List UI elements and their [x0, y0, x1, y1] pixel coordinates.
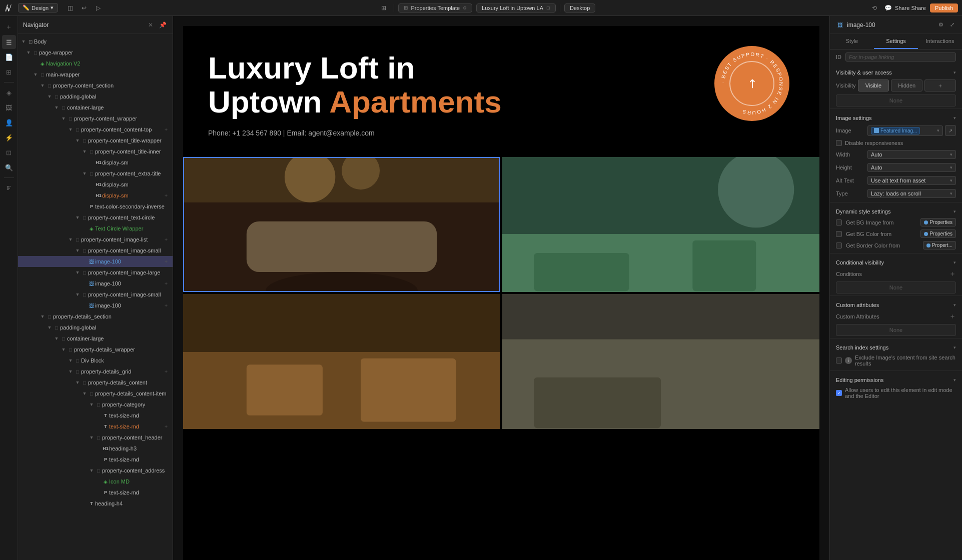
height-select[interactable]: Auto ▾	[867, 163, 956, 172]
logic-icon[interactable]: ⚡	[2, 130, 16, 144]
tree-item-t-text-size-md-orange[interactable]: ▶ T text-size-md ＋	[18, 421, 173, 432]
image-left[interactable]: 🖼 image-100 ⚙	[183, 157, 500, 292]
tree-item-property-category[interactable]: ▼ □ property-category	[18, 399, 173, 410]
tree-item-prop-content-section[interactable]: ▼ □ property-content_section	[18, 80, 173, 91]
users-icon[interactable]: 👤	[2, 116, 16, 130]
visibility-none-pill[interactable]: None	[836, 94, 956, 106]
play-icon[interactable]: ▷	[92, 2, 104, 14]
tree-item-body[interactable]: ▼ ⊡ Body	[18, 36, 173, 47]
tree-item-h1-heading-h3[interactable]: ▶ H1 heading-h3	[18, 443, 173, 454]
bg-color-checkbox[interactable]	[836, 231, 842, 237]
h1-orange-add[interactable]: ＋	[163, 192, 170, 199]
alt-text-select[interactable]: Use alt text from asset ▾	[867, 176, 956, 185]
font-icon[interactable]: F	[2, 181, 16, 195]
disable-responsiveness-checkbox[interactable]	[836, 140, 842, 146]
components-icon[interactable]: ◈	[2, 86, 16, 100]
tree-item-h1-2[interactable]: ▶ H1 display-sm	[18, 179, 173, 190]
image-100-3-add[interactable]: ＋	[163, 302, 170, 309]
dynamic-style-collapse-icon[interactable]: ▾	[953, 209, 956, 214]
search-index-checkbox[interactable]	[836, 358, 842, 364]
tree-item-text-circle[interactable]: ▼ □ property-content_text-circle	[18, 212, 173, 223]
grid-icon[interactable]: ⊞	[378, 2, 390, 14]
design-mode-selector[interactable]: ✏️ Design ▾	[18, 3, 58, 12]
tree-item-text-circle-wrapper[interactable]: ▶ ◈ Text Circle Wrapper	[18, 223, 173, 234]
tree-item-image-100-2[interactable]: ▶ 🖼 image-100 ＋	[18, 278, 173, 289]
bg-image-select[interactable]: Properties	[920, 218, 956, 226]
tree-item-p-text-size-md[interactable]: ▶ P text-size-md	[18, 454, 173, 465]
width-select[interactable]: Auto ▾	[867, 150, 956, 159]
tab-interactions[interactable]: Interactions	[918, 34, 962, 49]
tab-settings[interactable]: Settings	[874, 34, 918, 49]
custom-attributes-collapse-icon[interactable]: ▾	[953, 302, 956, 308]
conditions-add-icon[interactable]: ＋	[949, 270, 956, 278]
border-color-select[interactable]: Propert...	[923, 241, 956, 250]
editing-permissions-collapse-icon[interactable]: ▾	[953, 378, 956, 382]
tree-item-image-small-1[interactable]: ▼ □ property-content_image-small	[18, 245, 173, 256]
tree-item-image-100-active[interactable]: ▶ 🖼 image-100 ＋	[18, 256, 173, 267]
publish-button[interactable]: Publish	[930, 4, 958, 12]
tree-item-h1-display-sm[interactable]: ▶ H1 display-sm	[18, 157, 173, 168]
share-icon[interactable]: Share	[897, 3, 907, 13]
add-icon[interactable]: ＋	[2, 20, 16, 34]
version-history-icon[interactable]: ⟲	[869, 3, 879, 13]
search2-icon[interactable]: 🔍	[2, 160, 16, 174]
image-right[interactable]	[502, 157, 819, 292]
image-bottom-left[interactable]	[183, 294, 500, 429]
tree-item-extra-title[interactable]: ▼ □ property-content_extra-title	[18, 168, 173, 179]
image-100-active-add[interactable]: ＋	[163, 258, 170, 265]
tree-item-title-inner[interactable]: ▼ □ property-content_title-inner	[18, 146, 173, 157]
comments-icon[interactable]: 💬	[883, 3, 893, 13]
tree-item-padding-global-1[interactable]: ▼ □ padding-global	[18, 91, 173, 102]
image-settings-collapse-icon[interactable]: ▾	[953, 116, 956, 120]
panel-settings-icon[interactable]: ⚙	[937, 21, 945, 29]
tree-item-h1-orange[interactable]: ▶ H1 display-sm ＋	[18, 190, 173, 201]
visible-button[interactable]: Visible	[858, 80, 889, 92]
visibility-collapse-icon[interactable]: ▾	[953, 70, 956, 75]
tree-item-prop-content-top[interactable]: ▼ □ property-content_content-top ＋	[18, 124, 173, 135]
pages-icon[interactable]: 📄	[2, 50, 16, 64]
panel-expand-icon[interactable]: ⤢	[948, 21, 956, 29]
image-external-link-icon[interactable]: ↗	[945, 125, 956, 136]
border-color-checkbox[interactable]	[836, 242, 842, 248]
conditions-collapse-icon[interactable]: ▾	[953, 260, 956, 265]
image-bottom-right[interactable]	[502, 294, 819, 429]
page-pill[interactable]: Luxury Loft in Uptown LA ⊡	[476, 4, 556, 12]
nav-pin-icon[interactable]: 📌	[158, 20, 168, 30]
undo-icon[interactable]: ↩	[78, 2, 90, 14]
bg-image-checkbox[interactable]	[836, 220, 842, 226]
tree-item-content-header[interactable]: ▼ □ property-content_header	[18, 432, 173, 443]
save-icon[interactable]: ◫	[64, 2, 76, 14]
breakpoint-pill[interactable]: Desktop	[564, 4, 595, 12]
tree-item-container-large-2[interactable]: ▼ □ container-large	[18, 333, 173, 344]
tree-item-image-large[interactable]: ▼ □ property-content_image-large	[18, 267, 173, 278]
type-select[interactable]: Lazy: loads on scroll ▾	[867, 189, 956, 198]
t-orange-add[interactable]: ＋	[163, 423, 170, 430]
tree-item-p-text-size-md-2[interactable]: ▶ P text-size-md	[18, 487, 173, 498]
tree-item-details-section[interactable]: ▼ □ property-details_section	[18, 311, 173, 322]
id-input[interactable]: For in-page linking	[845, 52, 956, 62]
apps-icon[interactable]: ⊡	[2, 146, 16, 160]
visibility-add-button[interactable]: ＋	[924, 80, 956, 92]
prop-content-top-add[interactable]: ＋	[163, 126, 170, 133]
tree-item-title-wrapper[interactable]: ▼ □ property-content_title-wrapper	[18, 135, 173, 146]
tree-item-icon-md[interactable]: ▶ ◈ Icon MD	[18, 476, 173, 487]
details-grid-add[interactable]: ＋	[163, 368, 170, 375]
search-index-collapse-icon[interactable]: ▾	[953, 345, 956, 350]
share-label[interactable]: Share	[911, 5, 926, 11]
cms-icon[interactable]: ⊞	[2, 65, 16, 79]
image-100-2-add[interactable]: ＋	[163, 280, 170, 287]
tree-item-image-100-3[interactable]: ▶ 🖼 image-100 ＋	[18, 300, 173, 311]
navigator-icon[interactable]: ☰	[2, 35, 16, 49]
hidden-button[interactable]: Hidden	[891, 80, 922, 92]
tree-item-container-large-1[interactable]: ▼ □ container-large	[18, 102, 173, 113]
tree-item-page-wrapper[interactable]: ▼ □ page-wrapper	[18, 47, 173, 58]
tree-item-details-wrapper[interactable]: ▼ □ property-details_wrapper	[18, 344, 173, 355]
bg-color-select[interactable]: Properties	[920, 230, 956, 238]
image-list-add[interactable]: ＋	[163, 236, 170, 243]
properties-template-pill[interactable]: ⊞ Properties Template ⚙	[398, 4, 472, 12]
tree-item-details-grid[interactable]: ▼ □ property-details_grid ＋	[18, 366, 173, 377]
tree-item-p-text-color[interactable]: ▶ P text-color-secondary-inverse	[18, 201, 173, 212]
tree-item-image-small-2[interactable]: ▼ □ property-content_image-small	[18, 289, 173, 300]
tree-item-t-text-size-md[interactable]: ▶ T text-size-md	[18, 410, 173, 421]
tree-item-image-list[interactable]: ▼ □ property-content_image-list ＋	[18, 234, 173, 245]
